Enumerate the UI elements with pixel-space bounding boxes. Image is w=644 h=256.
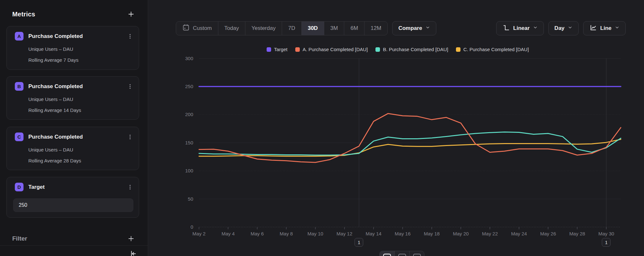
- add-metric-button[interactable]: [127, 10, 136, 19]
- legend-item-a[interactable]: A. Purchase Completed [DAU]: [295, 47, 368, 52]
- metrics-sidebar: Metrics A Purchase Completed Unique User…: [0, 0, 148, 256]
- legend-item-b[interactable]: B. Purchase Completed [DAU]: [375, 47, 448, 52]
- metric-rolling-average: Rolling Average 28 Days: [28, 158, 81, 163]
- legend-swatch: [267, 47, 271, 52]
- chevron-down-icon: [568, 25, 573, 32]
- chevron-down-icon: [533, 25, 538, 32]
- chart-toolbar: Custom Today Yesterday 7D 30D 3M 6M 12M …: [176, 21, 626, 35]
- collapse-sidebar-button[interactable]: [128, 249, 137, 256]
- collapse-left-icon: [128, 250, 137, 256]
- kebab-icon: [127, 133, 134, 141]
- metric-card-c[interactable]: C Purchase Completed Unique Users – DAU …: [6, 127, 139, 170]
- scale-button[interactable]: Linear: [496, 21, 544, 35]
- legend-swatch: [375, 47, 380, 52]
- chevron-down-icon: [425, 25, 430, 32]
- chevron-down-icon: [615, 25, 620, 32]
- view-split-button[interactable]: [394, 251, 409, 256]
- axis-scale-icon: [502, 24, 510, 33]
- metric-badge-d: D: [15, 183, 24, 191]
- view-table-button[interactable]: [409, 251, 424, 256]
- metric-title: Purchase Completed: [28, 83, 126, 90]
- calendar-icon: [182, 24, 190, 33]
- interval-button[interactable]: Day: [548, 21, 579, 35]
- kebab-icon: [127, 183, 134, 191]
- range-7d[interactable]: 7D: [282, 22, 301, 35]
- metric-badge-a: A: [15, 32, 24, 41]
- range-30d[interactable]: 30D: [301, 22, 324, 35]
- compare-button[interactable]: Compare: [392, 21, 436, 35]
- chart-legend: Target A. Purchase Completed [DAU] B. Pu…: [267, 47, 529, 52]
- metric-card-a[interactable]: A Purchase Completed Unique Users – DAU …: [6, 26, 139, 70]
- sidebar-divider: [0, 245, 148, 246]
- legend-swatch: [456, 47, 460, 52]
- metric-menu-button[interactable]: [126, 82, 134, 91]
- metric-measure: Unique Users – DAU: [28, 147, 73, 152]
- target-card[interactable]: D Target: [6, 177, 139, 218]
- line-chart-icon: [589, 24, 597, 33]
- metric-badge-b: B: [15, 82, 24, 91]
- metric-card-b[interactable]: B Purchase Completed Unique Users – DAU …: [6, 76, 139, 120]
- annotation-badge[interactable]: 1: [602, 238, 611, 247]
- metric-menu-button[interactable]: [126, 183, 134, 192]
- sidebar-header: Metrics: [12, 10, 136, 19]
- plus-icon: [127, 235, 135, 242]
- view-switcher: [379, 251, 424, 256]
- metric-rolling-average: Rolling Average 14 Days: [28, 107, 81, 113]
- sidebar-title: Metrics: [12, 11, 35, 18]
- metric-menu-button[interactable]: [126, 32, 134, 41]
- metric-menu-button[interactable]: [126, 133, 134, 142]
- target-value-input[interactable]: [13, 198, 133, 212]
- range-12m[interactable]: 12M: [364, 22, 387, 35]
- target-title: Target: [28, 184, 126, 190]
- metric-measure: Unique Users – DAU: [28, 46, 73, 52]
- chart-panel: Custom Today Yesterday 7D 30D 3M 6M 12M …: [148, 0, 644, 256]
- metric-title: Purchase Completed: [28, 134, 126, 140]
- annotation-badge[interactable]: 1: [355, 238, 363, 247]
- range-6m[interactable]: 6M: [344, 22, 364, 35]
- add-filter-button[interactable]: [127, 234, 136, 243]
- split-view-icon: [398, 253, 406, 256]
- plus-icon: [127, 10, 135, 18]
- metric-badge-c: C: [15, 133, 24, 141]
- metric-title: Purchase Completed: [28, 33, 126, 40]
- date-range-control: Custom Today Yesterday 7D 30D 3M 6M 12M: [176, 21, 388, 35]
- legend-item-target[interactable]: Target: [267, 47, 288, 52]
- legend-swatch: [295, 47, 300, 52]
- kebab-icon: [127, 83, 134, 90]
- chart-type-button[interactable]: Line: [583, 21, 626, 35]
- metric-rolling-average: Rolling Average 7 Days: [28, 57, 79, 63]
- view-chart-button[interactable]: [380, 251, 394, 256]
- metric-measure: Unique Users – DAU: [28, 96, 73, 102]
- range-today[interactable]: Today: [218, 22, 245, 35]
- range-3m[interactable]: 3M: [324, 22, 344, 35]
- legend-item-c[interactable]: C. Purchase Completed [DAU]: [456, 47, 529, 52]
- range-yesterday[interactable]: Yesterday: [245, 22, 282, 35]
- table-view-icon: [413, 253, 421, 256]
- filter-label: Filter: [12, 235, 27, 242]
- chart-view-icon: [383, 253, 391, 256]
- kebab-icon: [127, 32, 134, 40]
- filter-section: Filter: [12, 234, 136, 243]
- range-custom[interactable]: Custom: [176, 22, 218, 35]
